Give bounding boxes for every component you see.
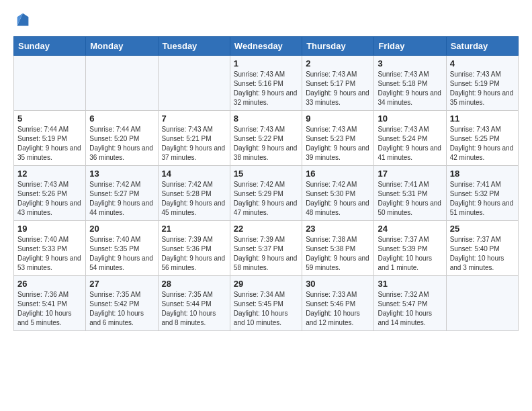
day-number: 11: [450, 113, 515, 124]
day-number: 16: [306, 169, 370, 179]
day-detail: Sunrise: 7:43 AM Sunset: 5:23 PM Dayligh…: [306, 125, 370, 163]
day-number: 15: [234, 169, 298, 179]
day-number: 21: [162, 224, 226, 234]
calendar-cell: 3Sunrise: 7:43 AM Sunset: 5:18 PM Daylig…: [374, 56, 446, 111]
calendar-cell: 24Sunrise: 7:37 AM Sunset: 5:39 PM Dayli…: [374, 221, 446, 276]
day-detail: Sunrise: 7:43 AM Sunset: 5:21 PM Dayligh…: [162, 125, 226, 163]
calendar-cell: 25Sunrise: 7:37 AM Sunset: 5:40 PM Dayli…: [446, 221, 518, 276]
day-number: 20: [89, 224, 154, 234]
calendar-cell: 12Sunrise: 7:43 AM Sunset: 5:26 PM Dayli…: [14, 166, 86, 221]
calendar-week-row: 12Sunrise: 7:43 AM Sunset: 5:26 PM Dayli…: [14, 166, 519, 221]
day-detail: Sunrise: 7:35 AM Sunset: 5:42 PM Dayligh…: [89, 290, 154, 328]
calendar-week-row: 26Sunrise: 7:36 AM Sunset: 5:41 PM Dayli…: [14, 276, 519, 331]
day-detail: Sunrise: 7:38 AM Sunset: 5:38 PM Dayligh…: [306, 235, 370, 273]
day-number: 31: [378, 279, 442, 289]
day-detail: Sunrise: 7:43 AM Sunset: 5:19 PM Dayligh…: [450, 70, 515, 107]
day-detail: Sunrise: 7:43 AM Sunset: 5:24 PM Dayligh…: [378, 125, 442, 163]
day-number: 14: [162, 169, 226, 179]
day-detail: Sunrise: 7:42 AM Sunset: 5:29 PM Dayligh…: [234, 180, 298, 218]
calendar-cell: 2Sunrise: 7:43 AM Sunset: 5:17 PM Daylig…: [302, 56, 374, 111]
day-detail: Sunrise: 7:34 AM Sunset: 5:45 PM Dayligh…: [234, 290, 298, 328]
calendar-cell: 13Sunrise: 7:42 AM Sunset: 5:27 PM Dayli…: [86, 166, 158, 221]
calendar-cell: 16Sunrise: 7:42 AM Sunset: 5:30 PM Dayli…: [302, 166, 374, 221]
day-number: 19: [17, 224, 82, 234]
day-detail: Sunrise: 7:37 AM Sunset: 5:39 PM Dayligh…: [378, 235, 442, 273]
calendar-cell: 17Sunrise: 7:41 AM Sunset: 5:31 PM Dayli…: [374, 166, 446, 221]
day-detail: Sunrise: 7:33 AM Sunset: 5:46 PM Dayligh…: [306, 290, 370, 328]
calendar-cell: [14, 56, 86, 111]
day-number: 23: [306, 224, 370, 234]
day-number: 28: [162, 279, 226, 289]
calendar-cell: 18Sunrise: 7:41 AM Sunset: 5:32 PM Dayli…: [446, 166, 518, 221]
day-detail: Sunrise: 7:36 AM Sunset: 5:41 PM Dayligh…: [17, 290, 82, 328]
day-number: 26: [17, 279, 82, 289]
day-detail: Sunrise: 7:40 AM Sunset: 5:35 PM Dayligh…: [89, 235, 154, 273]
logo-icon: [13, 11, 32, 30]
calendar-cell: 28Sunrise: 7:35 AM Sunset: 5:44 PM Dayli…: [158, 276, 230, 331]
day-detail: Sunrise: 7:43 AM Sunset: 5:25 PM Dayligh…: [450, 125, 515, 163]
calendar-cell: 23Sunrise: 7:38 AM Sunset: 5:38 PM Dayli…: [302, 221, 374, 276]
calendar-cell: 20Sunrise: 7:40 AM Sunset: 5:35 PM Dayli…: [86, 221, 158, 276]
calendar-cell: 8Sunrise: 7:43 AM Sunset: 5:22 PM Daylig…: [230, 111, 302, 166]
calendar-cell: 31Sunrise: 7:32 AM Sunset: 5:47 PM Dayli…: [374, 276, 446, 331]
calendar-cell: 7Sunrise: 7:43 AM Sunset: 5:21 PM Daylig…: [158, 111, 230, 166]
day-detail: Sunrise: 7:44 AM Sunset: 5:20 PM Dayligh…: [89, 125, 154, 163]
logo: [13, 11, 35, 30]
calendar-cell: [86, 56, 158, 111]
day-number: 30: [306, 279, 370, 289]
calendar-cell: 14Sunrise: 7:42 AM Sunset: 5:28 PM Dayli…: [158, 166, 230, 221]
day-detail: Sunrise: 7:43 AM Sunset: 5:17 PM Dayligh…: [306, 70, 370, 107]
day-number: 3: [378, 58, 442, 68]
day-number: 27: [89, 279, 154, 289]
day-number: 12: [17, 169, 82, 179]
day-number: 8: [234, 113, 298, 124]
calendar-cell: 6Sunrise: 7:44 AM Sunset: 5:20 PM Daylig…: [86, 111, 158, 166]
calendar-cell: 27Sunrise: 7:35 AM Sunset: 5:42 PM Dayli…: [86, 276, 158, 331]
day-number: 5: [17, 113, 82, 124]
day-detail: Sunrise: 7:35 AM Sunset: 5:44 PM Dayligh…: [162, 290, 226, 328]
column-header-thursday: Thursday: [302, 37, 374, 56]
day-number: 13: [89, 169, 154, 179]
calendar-cell: [158, 56, 230, 111]
calendar-cell: 15Sunrise: 7:42 AM Sunset: 5:29 PM Dayli…: [230, 166, 302, 221]
day-number: 1: [234, 58, 298, 68]
calendar-week-row: 5Sunrise: 7:44 AM Sunset: 5:19 PM Daylig…: [14, 111, 519, 166]
day-detail: Sunrise: 7:44 AM Sunset: 5:19 PM Dayligh…: [17, 125, 82, 163]
column-header-friday: Friday: [374, 37, 446, 56]
calendar-cell: 4Sunrise: 7:43 AM Sunset: 5:19 PM Daylig…: [446, 56, 518, 111]
day-detail: Sunrise: 7:43 AM Sunset: 5:16 PM Dayligh…: [234, 70, 298, 107]
day-detail: Sunrise: 7:41 AM Sunset: 5:32 PM Dayligh…: [450, 180, 515, 218]
day-detail: Sunrise: 7:39 AM Sunset: 5:37 PM Dayligh…: [234, 235, 298, 273]
column-header-tuesday: Tuesday: [158, 37, 230, 56]
calendar-cell: 1Sunrise: 7:43 AM Sunset: 5:16 PM Daylig…: [230, 56, 302, 111]
day-number: 24: [378, 224, 442, 234]
calendar-cell: 30Sunrise: 7:33 AM Sunset: 5:46 PM Dayli…: [302, 276, 374, 331]
day-detail: Sunrise: 7:42 AM Sunset: 5:28 PM Dayligh…: [162, 180, 226, 218]
calendar-week-row: 19Sunrise: 7:40 AM Sunset: 5:33 PM Dayli…: [14, 221, 519, 276]
calendar-table: SundayMondayTuesdayWednesdayThursdayFrid…: [13, 36, 519, 331]
calendar-week-row: 1Sunrise: 7:43 AM Sunset: 5:16 PM Daylig…: [14, 56, 519, 111]
day-number: 18: [450, 169, 515, 179]
calendar-cell: 10Sunrise: 7:43 AM Sunset: 5:24 PM Dayli…: [374, 111, 446, 166]
day-number: 6: [89, 113, 154, 124]
column-header-saturday: Saturday: [446, 37, 518, 56]
calendar-cell: 21Sunrise: 7:39 AM Sunset: 5:36 PM Dayli…: [158, 221, 230, 276]
day-number: 2: [306, 58, 370, 68]
day-number: 9: [306, 113, 370, 124]
day-detail: Sunrise: 7:37 AM Sunset: 5:40 PM Dayligh…: [450, 235, 515, 273]
calendar-cell: 11Sunrise: 7:43 AM Sunset: 5:25 PM Dayli…: [446, 111, 518, 166]
day-number: 17: [378, 169, 442, 179]
calendar-header-row: SundayMondayTuesdayWednesdayThursdayFrid…: [14, 37, 519, 56]
calendar-cell: 5Sunrise: 7:44 AM Sunset: 5:19 PM Daylig…: [14, 111, 86, 166]
day-number: 29: [234, 279, 298, 289]
calendar-cell: 22Sunrise: 7:39 AM Sunset: 5:37 PM Dayli…: [230, 221, 302, 276]
column-header-monday: Monday: [86, 37, 158, 56]
day-detail: Sunrise: 7:40 AM Sunset: 5:33 PM Dayligh…: [17, 235, 82, 273]
day-detail: Sunrise: 7:32 AM Sunset: 5:47 PM Dayligh…: [378, 290, 442, 328]
calendar-cell: 19Sunrise: 7:40 AM Sunset: 5:33 PM Dayli…: [14, 221, 86, 276]
day-number: 7: [162, 113, 226, 124]
day-detail: Sunrise: 7:43 AM Sunset: 5:26 PM Dayligh…: [17, 180, 82, 218]
day-number: 25: [450, 224, 515, 234]
day-number: 4: [450, 58, 515, 68]
day-number: 10: [378, 113, 442, 124]
